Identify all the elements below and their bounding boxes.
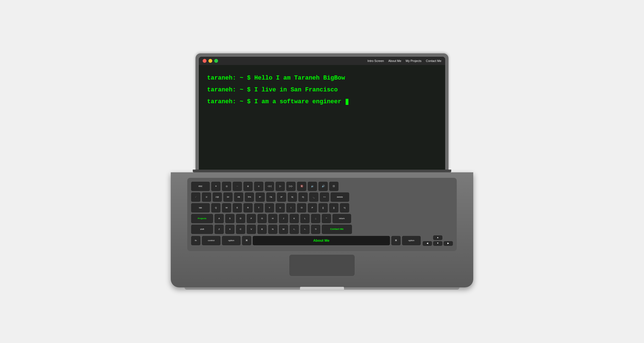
shift-row: shift Z X C V B N M <, >. ?/ Contact Me <box>191 225 453 234</box>
key-5[interactable]: 5% <box>245 192 254 202</box>
minimize-button[interactable] <box>208 59 212 63</box>
key-arrow-up[interactable]: ▲ <box>433 235 442 240</box>
key-f11[interactable]: 🔊 <box>318 182 328 191</box>
key-backslash[interactable]: \\| <box>340 203 349 213</box>
key-h[interactable]: H <box>268 214 277 223</box>
key-u[interactable]: U <box>276 203 285 213</box>
key-9[interactable]: 9( <box>288 192 297 202</box>
key-c[interactable]: C <box>236 225 245 234</box>
key-f5[interactable]: ⊙ <box>254 182 263 191</box>
key-w[interactable]: W <box>222 203 231 213</box>
key-l[interactable]: L <box>300 214 310 223</box>
bottom-notch <box>300 287 344 290</box>
key-return[interactable]: return <box>332 214 351 223</box>
key-e[interactable]: E <box>233 203 242 213</box>
key-comma[interactable]: <, <box>290 225 299 234</box>
key-3[interactable]: 3# <box>223 192 233 202</box>
key-f7[interactable]: ▷ <box>276 182 285 191</box>
key-m[interactable]: M <box>279 225 288 234</box>
tab-row: tab Q W E R T Y U I O P [[ ]] \\| <box>191 203 453 213</box>
key-delete[interactable]: delete <box>331 192 349 202</box>
title-bar: Intro Screen About Me My Projects Contac… <box>199 57 445 65</box>
key-k[interactable]: K <box>290 214 299 223</box>
key-option-right[interactable]: option <box>402 236 421 245</box>
key-g[interactable]: G <box>257 214 267 223</box>
key-j[interactable]: J <box>279 214 288 223</box>
key-arrow-left[interactable]: ◀ <box>423 241 432 246</box>
bottom-bar <box>185 287 459 290</box>
key-spacebar[interactable]: About Me <box>253 236 390 245</box>
key-2[interactable]: 2@ <box>213 192 222 202</box>
terminal-line-1: taraneh: ~ $ Hello I am Taraneh BigBow <box>207 73 437 83</box>
key-1[interactable]: 1! <box>202 192 211 202</box>
key-period[interactable]: >. <box>300 225 310 234</box>
maximize-button[interactable] <box>214 59 218 63</box>
key-f2[interactable]: ◎ <box>222 182 231 191</box>
key-cmd-left[interactable]: ⌘ <box>242 236 251 245</box>
key-f8[interactable]: ▷▷ <box>286 182 296 191</box>
key-control[interactable]: control <box>202 236 221 245</box>
key-y[interactable]: Y <box>265 203 274 213</box>
key-x[interactable]: X <box>225 225 235 234</box>
caps-row: Projects A S D F G H J K L ;; "' return <box>191 214 453 223</box>
terminal-line-3: taraneh: ~ $ I am a software engineer <box>207 97 437 107</box>
key-arrow-down[interactable]: ▼ <box>433 241 442 246</box>
key-semicolon[interactable]: ;; <box>311 214 320 223</box>
close-button[interactable] <box>203 59 207 63</box>
key-f1[interactable]: ✳ <box>211 182 221 191</box>
key-option-left[interactable]: option <box>222 236 241 245</box>
nav-projects[interactable]: My Projects <box>406 59 421 62</box>
key-p[interactable]: P <box>308 203 317 213</box>
key-caps[interactable]: Projects <box>191 214 213 223</box>
key-rbracket[interactable]: ]] <box>329 203 338 213</box>
key-f6[interactable]: ◁◁ <box>265 182 274 191</box>
key-f12[interactable]: ⊡ <box>329 182 338 191</box>
nav-about[interactable]: About Me <box>388 59 401 62</box>
key-z[interactable]: Z <box>214 225 224 234</box>
key-quote[interactable]: "' <box>322 214 331 223</box>
laptop-container: Intro Screen About Me My Projects Contac… <box>171 53 473 290</box>
key-b[interactable]: B <box>257 225 267 234</box>
nav-contact[interactable]: Contact Me <box>426 59 441 62</box>
key-shift-left[interactable]: shift <box>191 225 213 234</box>
trackpad-container <box>187 254 457 276</box>
bottom-row: fn control option ⌘ About Me ⌘ option ▲ … <box>191 235 453 246</box>
key-a[interactable]: A <box>214 214 224 223</box>
key-f[interactable]: F <box>247 214 256 223</box>
screen-bezel: Intro Screen About Me My Projects Contac… <box>199 57 445 170</box>
key-arrow-right[interactable]: ▶ <box>444 241 453 246</box>
key-f10[interactable]: 🔉 <box>308 182 317 191</box>
key-7[interactable]: 7& <box>266 192 276 202</box>
key-tilde[interactable]: -` <box>191 192 200 202</box>
key-minus[interactable]: -_ <box>309 192 318 202</box>
key-0[interactable]: 0) <box>298 192 308 202</box>
key-cmd-right[interactable]: ⌘ <box>391 236 401 245</box>
key-s[interactable]: S <box>225 214 235 223</box>
key-o[interactable]: O <box>297 203 306 213</box>
key-v[interactable]: V <box>247 225 256 234</box>
trackpad[interactable] <box>289 254 355 276</box>
key-r[interactable]: R <box>243 203 253 213</box>
terminal-line-2: taraneh: ~ $ I live in San Francisco <box>207 85 437 95</box>
num-row: -` 1! 2@ 3# 4$ 5% 6^ 7& 8* 9( 0) -_ += d… <box>191 192 453 202</box>
key-n[interactable]: N <box>268 225 277 234</box>
key-t[interactable]: T <box>254 203 263 213</box>
key-i[interactable]: I <box>286 203 296 213</box>
key-6[interactable]: 6^ <box>255 192 265 202</box>
key-slash[interactable]: ?/ <box>311 225 320 234</box>
key-f3[interactable]: ··· <box>233 182 242 191</box>
key-f9[interactable]: 🔇 <box>297 182 306 191</box>
nav-intro[interactable]: Intro Screen <box>367 59 384 62</box>
key-tab[interactable]: tab <box>191 203 210 213</box>
arrow-cluster: ▲ ◀ ▼ ▶ <box>423 235 453 246</box>
key-equals[interactable]: += <box>320 192 329 202</box>
key-shift-right[interactable]: Contact Me <box>322 225 352 234</box>
key-q[interactable]: Q <box>211 203 221 213</box>
key-fn[interactable]: fn <box>191 236 200 245</box>
key-esc[interactable]: esc <box>191 182 210 191</box>
key-f4[interactable]: ⊞ <box>243 182 253 191</box>
key-d[interactable]: D <box>236 214 245 223</box>
key-4[interactable]: 4$ <box>234 192 243 202</box>
key-8[interactable]: 8* <box>277 192 286 202</box>
key-lbracket[interactable]: [[ <box>318 203 328 213</box>
